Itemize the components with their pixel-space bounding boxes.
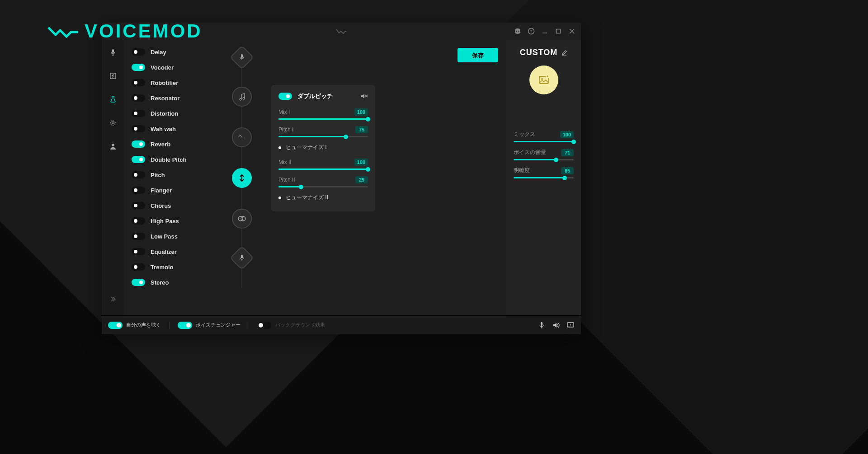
effect-toggle[interactable]	[132, 279, 145, 286]
effect-toggle[interactable]	[132, 248, 145, 255]
svg-point-14	[241, 216, 245, 221]
brand-logo: VOICEMOD	[47, 20, 203, 42]
effect-row-chorus[interactable]: Chorus	[132, 198, 212, 213]
effect-row-reverb[interactable]: Reverb	[132, 136, 212, 152]
effect-row-vocoder[interactable]: Vocoder	[132, 60, 212, 75]
slider-right-volume[interactable]: ボイスの音量71	[514, 149, 574, 160]
svg-point-19	[541, 78, 543, 80]
effect-row-low-pass[interactable]: Low Pass	[132, 229, 212, 244]
effect-row-flanger[interactable]: Flanger	[132, 183, 212, 198]
svg-rect-21	[541, 322, 542, 326]
effect-row-tremolo[interactable]: Tremolo	[132, 259, 212, 275]
effect-label: Double Pitch	[151, 156, 186, 163]
effect-label: Chorus	[151, 202, 171, 209]
effect-label: Tremolo	[151, 264, 174, 271]
svg-rect-15	[241, 255, 243, 258]
effect-row-resonator[interactable]: Resonator	[132, 90, 212, 106]
nav-flask-icon[interactable]	[106, 92, 120, 107]
chain-wave-icon[interactable]	[232, 127, 252, 147]
detail-enable-toggle[interactable]	[278, 93, 292, 100]
voice-changer-toggle[interactable]: ボイスチェンジャー	[178, 322, 241, 329]
effect-toggle[interactable]	[132, 125, 145, 132]
nav-mic-icon[interactable]	[106, 45, 120, 60]
effect-row-wah-wah[interactable]: Wah wah	[132, 121, 212, 136]
chain-output-mic-icon[interactable]	[230, 246, 254, 270]
detail-title: ダブルピッチ	[297, 92, 333, 100]
bottom-bar: 自分の声を聴く ボイスチェンジャー バックグラウンド効果 !	[102, 315, 581, 334]
save-button[interactable]: 保存	[458, 48, 498, 62]
effect-toggle[interactable]	[132, 48, 145, 56]
slider-right-clarity[interactable]: 明瞭度85	[514, 167, 574, 178]
nav-bolt-icon[interactable]	[106, 69, 120, 83]
effect-row-high-pass[interactable]: High Pass	[132, 213, 212, 229]
effect-row-robotifier[interactable]: Robotifier	[132, 75, 212, 90]
svg-rect-8	[112, 49, 114, 53]
effect-toggle[interactable]	[132, 202, 145, 209]
slider-pitch2[interactable]: Pitch II25	[278, 176, 368, 187]
custom-voice-panel: CUSTOM ミックス100 ボイスの音量71 明瞭度85	[506, 40, 581, 315]
bottom-feedback-icon[interactable]: !	[566, 321, 575, 329]
slider-right-mix[interactable]: ミックス100	[514, 131, 574, 142]
svg-text:!: !	[570, 323, 571, 327]
chain-music-icon[interactable]	[232, 87, 252, 107]
effect-label: Reverb	[151, 141, 170, 148]
bottom-volume-icon[interactable]	[552, 321, 560, 329]
chain-input-mic-icon[interactable]	[230, 45, 254, 70]
effect-toggle[interactable]	[132, 94, 145, 102]
humanize-1-checkbox[interactable]: ヒューマナイズ I	[278, 144, 368, 151]
slider-mix1[interactable]: Mix I100	[278, 108, 368, 120]
effect-row-delay[interactable]: Delay	[132, 44, 212, 60]
svg-point-11	[112, 144, 114, 146]
hear-myself-toggle[interactable]: 自分の声を聴く	[108, 322, 161, 329]
slider-mix2[interactable]: Mix II100	[278, 159, 368, 170]
effect-toggle[interactable]	[132, 233, 145, 240]
discord-icon[interactable]	[514, 28, 521, 35]
effect-toggle[interactable]	[132, 64, 145, 71]
edit-name-icon[interactable]	[561, 50, 567, 56]
avatar-upload[interactable]	[529, 66, 558, 94]
effect-label: Stereo	[151, 279, 169, 286]
effect-label: Vocoder	[151, 64, 174, 71]
nav-gear-icon[interactable]	[106, 116, 120, 130]
effect-toggle[interactable]	[132, 140, 145, 148]
effect-toggle[interactable]	[132, 263, 145, 271]
nav-user-icon[interactable]	[106, 139, 120, 154]
effect-label: Flanger	[151, 187, 172, 194]
maximize-icon[interactable]	[555, 28, 562, 35]
chain-pitch-icon[interactable]	[232, 168, 252, 188]
background-effects-toggle[interactable]: バックグラウンド効果	[257, 322, 325, 329]
help-icon[interactable]: ?	[528, 28, 535, 35]
svg-text:?: ?	[530, 29, 532, 34]
effect-toggle[interactable]	[132, 110, 145, 117]
effect-label: Robotifier	[151, 80, 178, 86]
svg-point-0	[516, 31, 517, 32]
humanize-2-checkbox[interactable]: ヒューマナイズ II	[278, 194, 368, 201]
effect-label: Pitch	[151, 172, 165, 178]
svg-point-1	[518, 31, 519, 32]
effect-toggle[interactable]	[132, 79, 145, 86]
slider-pitch1[interactable]: Pitch I75	[278, 126, 368, 137]
effect-row-stereo[interactable]: Stereo	[132, 275, 212, 290]
effect-toggle[interactable]	[132, 171, 145, 178]
effect-toggle[interactable]	[132, 156, 145, 163]
svg-rect-5	[557, 29, 561, 33]
effect-row-distortion[interactable]: Distortion	[132, 106, 212, 121]
app-window: ? DelayVocoderRobotifierResonatorDistort…	[102, 23, 581, 334]
effect-label: Low Pass	[151, 233, 178, 240]
chain-stereo-icon[interactable]	[232, 209, 252, 229]
bottom-mic-icon[interactable]	[538, 321, 546, 329]
effect-row-equalizer[interactable]: Equalizer	[132, 244, 212, 259]
effects-list: DelayVocoderRobotifierResonatorDistortio…	[124, 40, 212, 315]
close-icon[interactable]	[568, 28, 576, 35]
effect-toggle[interactable]	[132, 187, 145, 194]
effect-row-pitch[interactable]: Pitch	[132, 167, 212, 183]
effect-label: Wah wah	[151, 126, 176, 132]
mute-icon[interactable]	[360, 92, 368, 100]
sidebar-nav	[102, 40, 124, 315]
effect-toggle[interactable]	[132, 217, 145, 225]
effect-row-double-pitch[interactable]: Double Pitch	[132, 152, 212, 167]
effect-label: Resonator	[151, 95, 179, 102]
expand-sidebar-icon[interactable]	[106, 292, 120, 306]
minimize-icon[interactable]	[541, 28, 548, 35]
effect-label: High Pass	[151, 218, 179, 225]
